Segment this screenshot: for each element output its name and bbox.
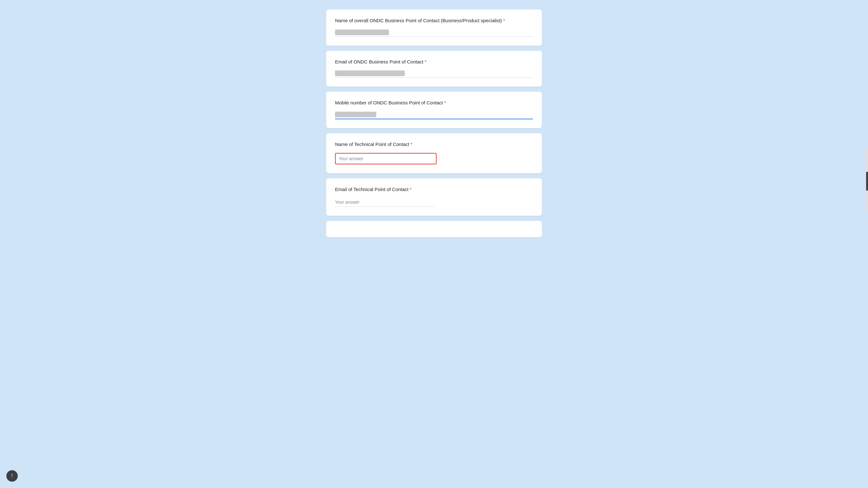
card-mobile-business: Mobile number of ONDC Business Point of … [326,92,542,128]
blurred-value-2 [335,70,405,76]
required-star-4: * [410,142,412,147]
question-label-email-business: Email of ONDC Business Point of Contact* [335,58,533,66]
question-label-business-name: Name of overall ONDC Business Point of C… [335,17,533,24]
scrollbar-thumb [866,172,868,191]
blurred-value-3 [335,112,376,117]
required-star-2: * [425,59,426,64]
required-star-3: * [444,100,446,105]
card-email-business: Email of ONDC Business Point of Contact* [326,51,542,87]
required-star-5: * [410,187,412,192]
input-row-mobile [335,112,533,119]
label-text-name-technical: Name of Technical Point of Contact [335,142,409,147]
plain-input-wrapper [335,198,533,207]
input-name-technical[interactable] [335,153,437,164]
form-container: Name of overall ONDC Business Point of C… [326,6,542,482]
card-name-technical: Name of Technical Point of Contact* [326,133,542,174]
question-label-mobile: Mobile number of ONDC Business Point of … [335,99,533,106]
label-text-business-name: Name of overall ONDC Business Point of C… [335,18,502,23]
label-text-mobile: Mobile number of ONDC Business Point of … [335,100,443,105]
question-label-name-technical: Name of Technical Point of Contact* [335,141,533,148]
label-text-email-technical: Email of Technical Point of Contact [335,187,409,192]
input-email-technical[interactable] [335,198,437,207]
card-business-name: Name of overall ONDC Business Point of C… [326,9,542,46]
card-email-technical: Email of Technical Point of Contact* [326,178,542,216]
blurred-value-1 [335,30,389,35]
redbox-wrapper [335,153,533,164]
scrollbar[interactable] [865,146,868,210]
input-row-business-name [335,30,533,37]
feedback-icon: ! [11,473,13,479]
label-text-email-business: Email of ONDC Business Point of Contact [335,59,423,64]
input-row-email-business [335,70,533,78]
question-label-email-technical: Email of Technical Point of Contact* [335,186,533,193]
card-partial [326,221,542,237]
feedback-button[interactable]: ! [6,470,18,482]
required-star-1: * [503,18,505,23]
